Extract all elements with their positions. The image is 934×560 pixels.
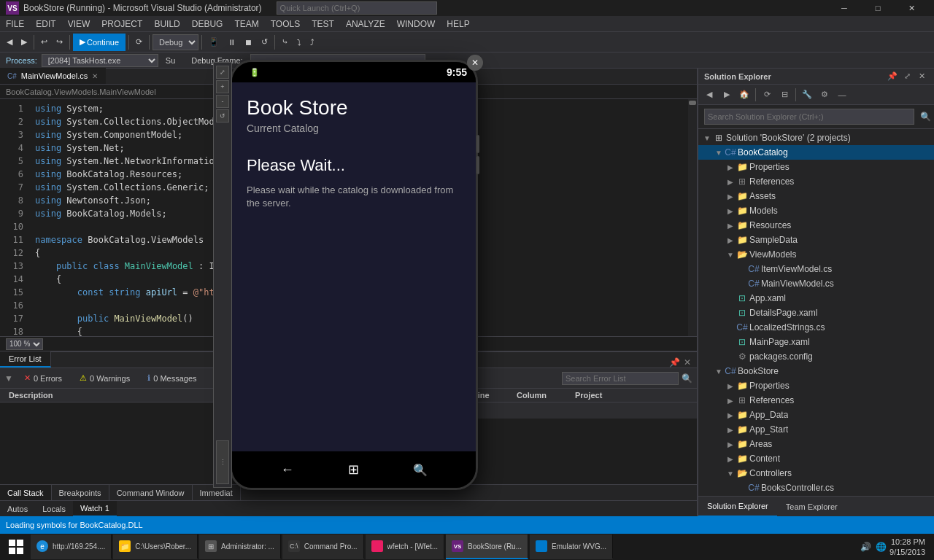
taskbar-ie[interactable]: e http://169.254....: [31, 534, 112, 559]
se-forward-button[interactable]: ▶: [719, 87, 735, 103]
undo-button[interactable]: ↩: [37, 34, 51, 51]
tree-bookcatalog[interactable]: ▼ C# BookCatalog: [698, 145, 934, 160]
resize-rotate-button[interactable]: ↺: [216, 109, 229, 122]
tree-bookscontroller[interactable]: C# BooksController.cs: [698, 481, 934, 495]
phone-close-button[interactable]: ✕: [467, 55, 483, 71]
refresh-button[interactable]: ⟳: [132, 34, 146, 51]
se-search-input[interactable]: [704, 109, 914, 125]
editor-tab-mainviewmodel[interactable]: C# MainViewModel.cs ✕: [0, 68, 106, 84]
tree-appxaml[interactable]: ⊡ App.xaml: [698, 291, 934, 306]
tree-itemviewmodel[interactable]: C# ItemViewModel.cs: [698, 262, 934, 276]
se-tab-team[interactable]: Team Explorer: [777, 497, 846, 517]
tab-close-button[interactable]: ✕: [92, 72, 98, 80]
tree-bs-areas[interactable]: ▶ 📁 Areas: [698, 437, 934, 451]
error-list-tab[interactable]: Error List: [0, 351, 51, 368]
stop-button[interactable]: ⏹: [241, 34, 256, 51]
zoom-select[interactable]: 100 %: [6, 338, 43, 350]
resize-drag-handle[interactable]: ⋮: [216, 440, 229, 484]
se-back-button[interactable]: ◀: [701, 87, 717, 103]
tree-localizedstrings[interactable]: C# LocalizedStrings.cs: [698, 320, 934, 335]
taskbar-wfetch[interactable]: wfetch - [Wfet...: [366, 534, 444, 559]
se-properties-button[interactable]: 🔧: [799, 87, 815, 103]
taskbar-vs[interactable]: VS BookStore (Ru...: [446, 534, 528, 559]
tree-bc-properties[interactable]: ▶ 📁 Properties: [698, 160, 934, 174]
tree-bs-appdata[interactable]: ▶ 📁 App_Data: [698, 408, 934, 422]
tree-detailspage[interactable]: ⊡ DetailsPage.xaml: [698, 306, 934, 320]
se-float-button[interactable]: ⤢: [900, 70, 914, 83]
call-stack-tab[interactable]: Call Stack: [0, 485, 52, 501]
error-filter-button[interactable]: ✕ 0 Errors: [18, 370, 69, 386]
restart-button[interactable]: ↺: [258, 34, 271, 51]
tree-bookstore[interactable]: ▼ C# BookStore: [698, 364, 934, 378]
resize-zoom-out-button[interactable]: -: [216, 95, 229, 108]
tree-bc-sampledata[interactable]: ▶ 📁 SampleData: [698, 233, 934, 247]
se-close-button[interactable]: ✕: [915, 70, 928, 83]
menu-view[interactable]: VIEW: [62, 16, 96, 32]
taskbar-admin[interactable]: ⊞ Administrator: ...: [199, 534, 281, 559]
minimize-button[interactable]: ─: [827, 0, 861, 16]
phone-home-button[interactable]: ⊞: [345, 461, 363, 478]
step-into-button[interactable]: ⤵: [293, 34, 305, 51]
continue-button[interactable]: ▶ Continue: [73, 34, 126, 51]
resize-fit-button[interactable]: ⤢: [216, 66, 229, 79]
scroll-thumb[interactable]: [689, 101, 696, 105]
menu-team[interactable]: TEAM: [228, 16, 264, 32]
tree-bs-appstart[interactable]: ▶ 📁 App_Start: [698, 422, 934, 437]
menu-window[interactable]: WINDOW: [391, 16, 441, 32]
close-panel-button[interactable]: ✕: [682, 357, 692, 368]
step-over-button[interactable]: ⤷: [278, 34, 292, 51]
redo-button[interactable]: ↪: [53, 34, 66, 51]
start-button[interactable]: [3, 534, 29, 560]
device-button[interactable]: 📱: [205, 34, 223, 51]
process-select[interactable]: [2084] TaskHost.exe: [42, 54, 158, 67]
time-display[interactable]: 10:28 PM 9/15/2013: [889, 537, 925, 558]
tree-bc-viewmodels[interactable]: ▼ 📂 ViewModels: [698, 247, 934, 262]
tree-bc-resources[interactable]: ▶ 📁 Resources: [698, 218, 934, 233]
menu-analyze[interactable]: ANALYZE: [340, 16, 391, 32]
menu-edit[interactable]: EDIT: [30, 16, 61, 32]
taskbar-cmd[interactable]: C:\ Command Pro...: [282, 534, 364, 559]
error-search-input[interactable]: [562, 372, 679, 385]
tree-bs-content[interactable]: ▶ 📁 Content: [698, 451, 934, 466]
back-button[interactable]: ◀: [3, 34, 16, 51]
se-settings-button[interactable]: ⚙: [817, 87, 833, 103]
taskbar-emulator[interactable]: Emulator WVG...: [530, 534, 613, 559]
resize-zoom-in-button[interactable]: +: [216, 80, 229, 93]
phone-vol-up[interactable]: [476, 135, 479, 153]
tree-mainviewmodel[interactable]: C# MainViewModel.cs: [698, 276, 934, 291]
phone-back-button[interactable]: ←: [279, 461, 296, 478]
tree-mainpage[interactable]: ⊡ MainPage.xaml: [698, 335, 934, 349]
se-pin-button[interactable]: 📌: [886, 70, 899, 83]
maximize-button[interactable]: □: [861, 0, 895, 16]
menu-project[interactable]: PROJECT: [96, 16, 148, 32]
menu-tools[interactable]: TOOLS: [265, 16, 306, 32]
phone-search-button[interactable]: 🔍: [412, 461, 429, 478]
menu-test[interactable]: TEST: [306, 16, 340, 32]
se-home-button[interactable]: 🏠: [736, 87, 752, 103]
menu-debug[interactable]: DEBUG: [186, 16, 229, 32]
taskbar-explorer[interactable]: 📁 C:\Users\Rober...: [113, 534, 198, 559]
forward-button[interactable]: ▶: [18, 34, 31, 51]
se-refresh-button[interactable]: ⟳: [759, 87, 775, 103]
pin-icon[interactable]: 📌: [669, 357, 679, 368]
close-button[interactable]: ✕: [895, 0, 928, 16]
warning-filter-button[interactable]: ⚠ 0 Warnings: [73, 370, 136, 386]
editor-scrollbar[interactable]: [688, 99, 697, 336]
tree-bs-controllers[interactable]: ▼ 📂 Controllers: [698, 466, 934, 481]
message-filter-button[interactable]: ℹ 0 Messages: [141, 370, 203, 386]
locals-tab[interactable]: Locals: [35, 501, 73, 517]
tree-bs-properties[interactable]: ▶ 📁 Properties: [698, 378, 934, 393]
se-collapse-button[interactable]: ⊟: [776, 87, 792, 103]
quick-launch-input[interactable]: [277, 1, 437, 15]
phone-vol-down[interactable]: [476, 156, 479, 174]
tree-bs-references[interactable]: ▶ ⊞ References: [698, 393, 934, 408]
step-out-button[interactable]: ⤴: [306, 34, 318, 51]
command-window-tab[interactable]: Command Window: [109, 485, 193, 501]
tree-solution[interactable]: ▼ ⊞ Solution 'BookStore' (2 projects): [698, 131, 934, 145]
menu-help[interactable]: HELP: [441, 16, 475, 32]
breakpoints-tab[interactable]: Breakpoints: [52, 485, 109, 501]
tree-packages[interactable]: ⚙ packages.config: [698, 349, 934, 364]
menu-file[interactable]: FILE: [0, 16, 30, 32]
menu-build[interactable]: BUILD: [148, 16, 185, 32]
tree-bc-assets[interactable]: ▶ 📁 Assets: [698, 189, 934, 203]
